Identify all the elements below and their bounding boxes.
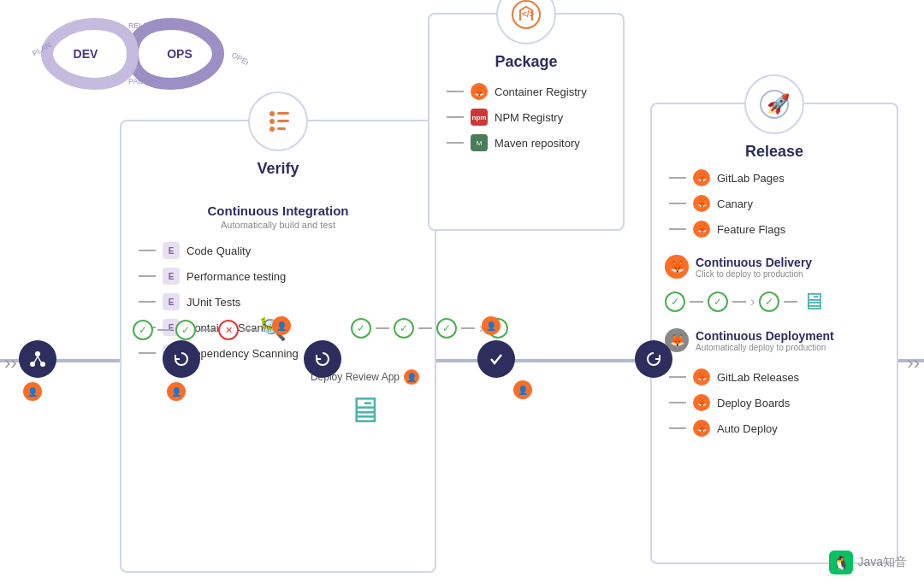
cd-delivery-area: 🦊 Continuous Delivery Click to deploy to… [652,246,897,283]
package-title: Package [429,53,623,71]
list-item: E Performance testing [139,268,418,285]
ci-check-dots: ✓ ✓ ✕ 🔍 🐛 [133,318,287,342]
dot-connector [732,301,746,303]
list-item-label: Performance testing [187,270,286,283]
svg-point-6 [270,111,275,116]
list-item: 🦊 Container Registry [447,83,606,100]
ci-title-area: Continuous Integration Automatically bui… [121,203,435,230]
list-line [139,301,156,303]
list-item: 🦊 Deploy Boards [669,394,880,411]
avatar-build1: 👤 [167,382,186,401]
release-icon: 🚀 [744,74,804,134]
release-title: Release [652,143,897,161]
gitlab-icon: 🦊 [693,420,710,437]
svg-point-17 [35,351,40,356]
deploy-review-area: Deploy Review App 👤 🖥 [311,369,419,431]
pipeline-node-release[interactable] [635,340,672,378]
svg-line-21 [38,356,41,362]
list-line [669,402,686,403]
list-line [139,352,156,354]
list-item-label: NPM Registry [495,111,563,124]
connector-1 [157,329,171,331]
npm-icon: npm [471,109,488,126]
connector-3 [243,329,257,331]
maven-icon: M [471,134,488,151]
svg-text:</>: </> [522,9,535,19]
cd-delivery-header: 🦊 Continuous Delivery Click to deploy to… [665,255,884,279]
dot-connector [690,301,703,303]
svg-point-8 [270,127,275,132]
list-item-label: GitLab Pages [717,172,785,185]
e-icon: E [163,268,180,285]
release-section: 🚀 Release 🦊 GitLab Pages 🦊 Canary 🦊 Feat… [650,103,898,564]
svg-text:PACKAGE: PACKAGE [128,77,165,85]
svg-line-20 [34,356,38,362]
x-dot: ✕ [218,320,239,340]
pipeline-node-test[interactable] [304,340,341,378]
package-list: 🦊 Container Registry npm NPM Registry M … [429,83,623,151]
list-item-label: JUnit Tests [187,296,240,309]
verify-title: Verify [121,160,435,178]
check-dot: ✓ [759,292,779,312]
list-item-label: Maven repository [495,137,580,150]
list-item-label: Deploy Boards [717,397,790,409]
deploy-dots-row: ✓ ✓ › ✓ 🖥 [652,283,897,320]
cd-delivery-title: Continuous Delivery [696,256,812,269]
pipeline-left-arrows: › › [4,352,17,374]
connector-cd3 [461,327,475,329]
list-item-label: Code Quality [187,244,251,257]
ci-title: Continuous Integration [121,203,435,218]
list-item: E JUnit Tests [139,293,418,310]
gitlab-icon: 🦊 [693,195,710,212]
check-dot-cd1: ✓ [351,318,371,339]
verify-list: E Code Quality E Performance testing E J… [121,242,435,362]
pipeline-node-source[interactable] [19,340,56,378]
verify-icon [248,91,308,151]
list-item: M Maven repository [447,134,606,151]
list-line [669,177,686,179]
list-line [669,376,686,378]
list-line [669,427,686,429]
gitlab-icon: 🦊 [693,368,710,386]
watermark-icon: 🐧 [829,551,853,574]
list-item: 🦊 Feature Flags [669,221,880,238]
cd-deployment-text: Continuous Deployment Automatically depl… [696,329,834,352]
pipeline-right-arrows: › › [907,352,920,374]
pipeline-node-build1[interactable] [163,340,200,378]
svg-rect-9 [277,112,289,115]
list-item: 🦊 GitLab Releases [669,368,880,386]
cd-deployment-title: Continuous Deployment [696,329,834,343]
package-section: </> Package 🦊 Container Registry npm NPM… [428,13,625,231]
check-dot-cd2: ✓ [394,318,414,339]
package-icon: </> [496,0,556,44]
avatar-check: 👤 [482,316,500,335]
connector-2 [200,329,214,331]
list-line [139,275,156,277]
cd-delivery-text: Continuous Delivery Click to deploy to p… [696,256,812,279]
svg-text:OPERATE: OPERATE [230,50,248,76]
gitlab-icon: 🦊 [693,394,710,411]
check-dot: ✓ [665,292,685,312]
pipeline-node-check[interactable] [477,340,515,378]
list-item: 🦊 Auto Deploy [669,420,880,437]
arrow-symbol: › [750,294,755,309]
check-dot-cd3: ✓ [436,318,457,339]
cd-delivery-subtitle: Click to deploy to production [696,269,812,279]
avatar-source: 👤 [23,382,42,401]
list-item-label: Canary [717,197,753,210]
list-line [139,250,156,251]
cd-delivery-icon: 🦊 [665,255,689,279]
connector-cd1 [376,327,389,329]
list-line [669,228,686,230]
list-item-label: Container Registry [495,85,587,98]
list-item-label: Dependency Scanning [187,347,299,360]
list-item: 🦊 GitLab Pages [669,169,880,186]
list-item-label: Feature Flags [717,223,785,236]
gitlab-icon: 🦊 [693,169,710,186]
list-item: npm NPM Registry [447,109,606,126]
release-list-bottom: 🦊 GitLab Releases 🦊 Deploy Boards 🦊 Auto… [652,368,897,437]
list-item: E Code Quality [139,242,418,259]
list-item-label: GitLab Releases [717,371,799,384]
list-item-label: Auto Deploy [717,422,778,435]
cd-deployment-area: 🦊 Continuous Deployment Automatically de… [652,320,897,356]
